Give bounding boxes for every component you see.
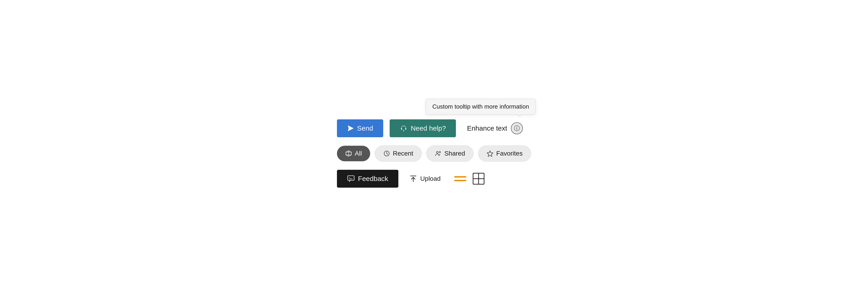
filter-favorites-label: Favorites	[496, 150, 523, 157]
info-icon: ⓘ	[514, 124, 520, 132]
list-view-icon	[454, 175, 466, 183]
filter-shared-button[interactable]: Shared	[426, 146, 473, 161]
need-help-button[interactable]: Need help?	[390, 119, 456, 137]
filter-recent-button[interactable]: Recent	[375, 146, 422, 161]
grid-view-button[interactable]	[472, 172, 486, 186]
tooltip-text: Custom tooltip with more information	[432, 103, 529, 110]
filter-shared-label: Shared	[444, 150, 465, 157]
upload-label: Upload	[421, 175, 441, 182]
filter-recent-label: Recent	[393, 150, 413, 157]
filter-all-label: All	[355, 150, 362, 157]
svg-marker-12	[487, 151, 493, 156]
need-help-label: Need help?	[411, 124, 446, 132]
clock-icon	[383, 150, 390, 157]
row-actions: Send Need help? Enhance text ⓘ	[337, 119, 531, 137]
cube-icon	[345, 150, 352, 157]
svg-point-11	[439, 151, 440, 153]
send-icon	[347, 125, 354, 132]
people-icon	[435, 150, 442, 157]
star-icon	[487, 150, 494, 157]
tooltip-box: Custom tooltip with more information	[426, 99, 536, 115]
filter-all-button[interactable]: All	[337, 146, 370, 161]
send-label: Send	[357, 124, 373, 132]
headset-icon	[400, 124, 407, 132]
action-row: Feedback Upload	[337, 170, 531, 188]
svg-line-9	[387, 154, 388, 154]
main-container: Send Need help? Enhance text ⓘ	[337, 119, 531, 188]
view-icons-group	[453, 172, 486, 186]
grid-view-icon	[473, 173, 485, 185]
list-view-button[interactable]	[453, 174, 467, 184]
filter-row: All Recent Shar	[337, 146, 531, 161]
svg-rect-13	[348, 176, 354, 180]
feedback-label: Feedback	[358, 175, 388, 183]
tooltip-container: Custom tooltip with more information	[426, 99, 536, 115]
enhance-text-label: Enhance text	[467, 124, 507, 132]
send-button[interactable]: Send	[337, 119, 383, 137]
svg-point-10	[436, 151, 438, 153]
feedback-icon	[347, 175, 355, 183]
upload-button[interactable]: Upload	[409, 175, 441, 183]
info-button[interactable]: ⓘ	[511, 122, 523, 134]
upload-icon	[409, 175, 417, 183]
filter-favorites-button[interactable]: Favorites	[478, 146, 531, 161]
enhance-text-group: Enhance text ⓘ	[467, 122, 523, 134]
feedback-button[interactable]: Feedback	[337, 170, 398, 188]
